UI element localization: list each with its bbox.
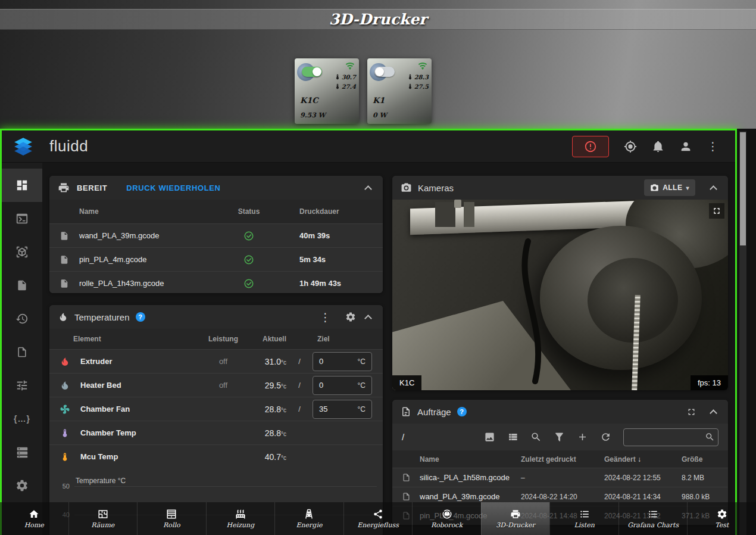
crosshair-icon[interactable] <box>624 140 637 153</box>
temp-row-extruder[interactable]: Extruder off 31.0°c / °C <box>49 349 383 373</box>
sidebar-item-configuration[interactable] <box>2 335 42 369</box>
search-icon[interactable] <box>530 431 542 443</box>
device-card-k1c[interactable]: 30.7 27.4 K1C 9.53 W <box>295 58 359 124</box>
fullscreen-icon[interactable] <box>709 203 724 219</box>
file-icon <box>60 231 69 241</box>
kebab-menu-icon[interactable]: ⋮ <box>707 141 718 152</box>
table-row[interactable]: silica-_PLA_1h58m.gcode – 2024-08-22 12:… <box>392 468 728 487</box>
target-temp-field: °C <box>313 400 372 419</box>
charts-list-icon <box>648 509 658 520</box>
table-row[interactable]: wand_PLA_39m.gcode 40m 39s <box>49 223 383 247</box>
column-current: Aktuell <box>247 335 286 343</box>
help-icon[interactable]: ? <box>136 312 145 322</box>
thumbnails-icon[interactable] <box>484 431 495 443</box>
current-temp: 29.5 <box>265 381 281 390</box>
page-titlebar: 3D-Drucker <box>0 9 756 30</box>
job-modified: 2024-08-22 12:55 <box>604 474 682 482</box>
chart-title: Temperature °C <box>76 477 126 485</box>
camera-selector-button[interactable]: ALLE ▾ <box>644 179 695 196</box>
camera-icon <box>401 182 412 194</box>
refresh-icon[interactable] <box>600 431 611 443</box>
target-temp-field: °C <box>313 352 372 371</box>
device-card-k1[interactable]: 28.3 27.5 K1 0 W <box>367 58 432 124</box>
alert-circle-icon <box>584 140 597 153</box>
flame-icon <box>58 312 68 322</box>
sidebar-item-tune[interactable] <box>2 369 42 402</box>
nav-item-roborock[interactable]: Roborock <box>412 502 481 535</box>
system-server-icon <box>16 446 29 459</box>
kebab-menu-icon[interactable]: ⋮ <box>320 312 331 323</box>
target-temp-field: °C <box>313 376 372 395</box>
nav-item-listen[interactable]: Listen <box>549 502 618 535</box>
filter-icon[interactable] <box>554 431 565 443</box>
jobs-search-input[interactable] <box>623 428 718 446</box>
rooms-icon <box>98 509 108 520</box>
help-icon[interactable]: ? <box>457 407 467 416</box>
scrollbar[interactable] <box>739 131 746 535</box>
panel-title: Temperaturen <box>74 312 130 322</box>
temp-row-chamber-fan[interactable]: Chamber Fan 28.8°c / °C <box>49 397 383 421</box>
target-unit: °C <box>358 381 365 390</box>
status-panel: BEREIT DRUCK WIEDERHOLEN Name Status Dru… <box>49 176 383 293</box>
chevron-up-icon[interactable] <box>364 315 372 322</box>
fluidd-title: fluidd <box>49 137 88 155</box>
table-row[interactable]: rolle_PLA_1h43m.gcode 1h 49m 43s <box>49 271 383 293</box>
chevron-down-icon: ▾ <box>686 185 689 191</box>
nav-item-3d-drucker[interactable]: 3D-Drucker <box>481 502 550 535</box>
job-last-printed: 2024-08-22 14:20 <box>521 493 604 501</box>
element-name: Heater Bed <box>80 381 199 390</box>
device-power: 9.53 W <box>300 111 326 119</box>
slash-separator: / <box>286 381 313 390</box>
temp-row-heater-bed[interactable]: Heater Bed off 29.5°c / °C <box>49 373 383 397</box>
add-icon[interactable] <box>577 431 588 443</box>
sidebar-item-console[interactable] <box>2 202 42 235</box>
emergency-stop-button[interactable] <box>572 136 609 157</box>
target-temp-input[interactable] <box>319 381 358 390</box>
power-toggle[interactable] <box>302 67 322 77</box>
flame-icon <box>60 356 70 367</box>
nav-item-energiefluss[interactable]: Energiefluss <box>343 502 413 535</box>
home-icon <box>29 509 39 520</box>
nav-item-heizung[interactable]: Heizung <box>206 502 275 535</box>
power-toggle[interactable] <box>374 67 395 77</box>
view-list-icon[interactable] <box>507 431 518 443</box>
temp-row-chamber-temp[interactable]: Chamber Temp 28.8°c <box>49 421 383 444</box>
sidebar-item-gcode-preview[interactable] <box>2 235 42 269</box>
sidebar-item-settings[interactable] <box>2 469 42 502</box>
chevron-up-icon[interactable] <box>364 185 372 193</box>
target-temp-input[interactable] <box>319 357 358 366</box>
nav-item-grafana-charts[interactable]: Grafana Charts <box>618 502 688 535</box>
sidebar-item-history[interactable] <box>2 302 42 335</box>
scrollbar-thumb[interactable] <box>740 132 746 245</box>
nav-item-home[interactable]: Home <box>0 502 68 535</box>
sidebar-item-macros[interactable]: {…} <box>2 402 42 436</box>
nav-item-energie[interactable]: Energie <box>274 502 343 535</box>
expand-icon[interactable] <box>686 407 696 417</box>
table-row[interactable]: pin_PLA_4m.gcode 5m 34s <box>49 247 383 271</box>
column-name: Name <box>420 455 521 464</box>
panel-title: Aufträge <box>417 407 451 417</box>
chevron-up-icon[interactable] <box>710 409 717 417</box>
radiator-icon <box>235 509 246 520</box>
fluidd-logo <box>13 136 34 157</box>
sidebar-item-jobs[interactable] <box>2 269 42 302</box>
status-table-header: Name Status Druckdauer <box>49 200 383 223</box>
temp-row-mcu-temp[interactable]: Mcu Temp 40.7°c <box>49 444 383 468</box>
sidebar-item-dashboard[interactable] <box>2 169 42 202</box>
nav-item-raeume[interactable]: Räume <box>68 502 138 535</box>
camera-feed[interactable]: K1C fps: 13 <box>392 200 728 390</box>
column-target: Ziel <box>313 335 383 343</box>
reprint-button[interactable]: DRUCK WIEDERHOLEN <box>126 183 220 192</box>
bell-icon[interactable] <box>652 140 664 153</box>
job-duration: 40m 39s <box>276 231 383 240</box>
account-icon[interactable] <box>679 140 692 153</box>
target-temp-input[interactable] <box>319 405 358 413</box>
nav-item-rollo[interactable]: Rollo <box>137 502 206 535</box>
check-circle-icon <box>243 254 254 265</box>
sidebar-item-system[interactable] <box>2 436 42 469</box>
robot-vacuum-icon <box>442 509 452 520</box>
nav-item-test[interactable]: Test <box>687 502 756 535</box>
column-modified[interactable]: Geändert ↓ <box>604 455 682 464</box>
gear-icon[interactable] <box>345 312 356 322</box>
chevron-up-icon[interactable] <box>710 185 717 193</box>
